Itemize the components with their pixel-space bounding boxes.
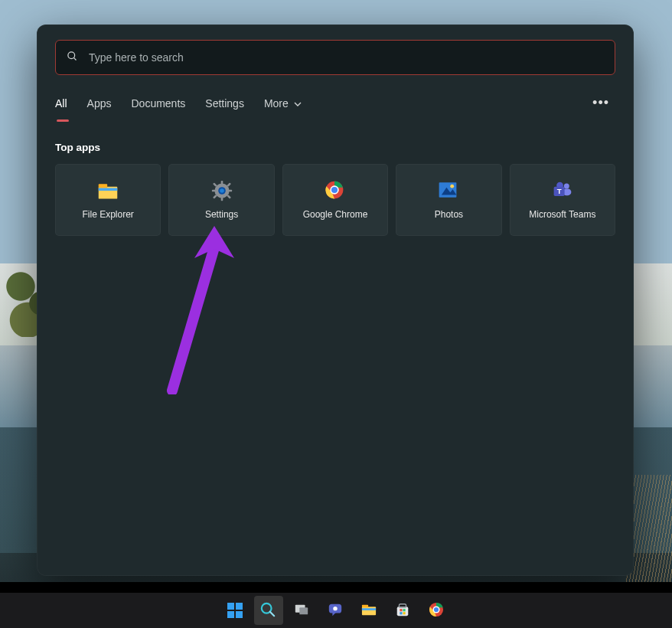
gear-icon [211,180,233,201]
svg-rect-6 [220,181,223,185]
taskbar-chat[interactable] [321,596,351,625]
tab-settings[interactable]: Settings [205,97,244,110]
svg-rect-9 [227,189,231,191]
taskbar [0,593,672,628]
svg-rect-45 [403,609,405,611]
top-apps-row: File Explorer [55,164,615,236]
more-options-button[interactable]: ••• [586,92,615,114]
taskview-icon [294,602,311,619]
app-label: Photos [435,209,463,220]
app-tile-microsoft-teams[interactable]: T Microsoft Teams [510,164,615,236]
app-tile-google-chrome[interactable]: Google Chrome [282,164,388,236]
teams-icon: T [552,180,573,201]
svg-point-21 [451,184,455,188]
tab-more-label: More [264,97,289,110]
svg-rect-8 [211,189,215,191]
app-tile-photos[interactable]: Photos [396,164,501,236]
app-label: Google Chrome [303,209,368,220]
app-label: Settings [205,209,238,220]
photos-icon [438,180,459,201]
taskbar-start[interactable] [220,596,250,625]
svg-line-33 [270,612,274,616]
app-tile-settings[interactable]: Settings [168,164,274,236]
chat-icon [328,602,344,619]
taskbar-separator [0,582,672,593]
taskbar-taskview[interactable] [288,596,317,625]
svg-point-0 [68,51,75,58]
search-icon [260,602,277,619]
svg-point-50 [434,607,439,612]
svg-rect-31 [236,611,243,618]
tab-all[interactable]: All [55,97,67,110]
svg-rect-42 [397,607,409,616]
svg-line-1 [73,57,76,60]
search-input[interactable] [87,51,604,64]
svg-point-38 [333,607,337,610]
svg-point-18 [331,187,338,193]
section-title-top-apps: Top apps [55,142,615,153]
svg-point-15 [220,188,224,193]
svg-rect-47 [403,612,405,614]
folder-icon [361,602,378,619]
filter-tabs: All Apps Documents Settings More ••• [55,92,615,114]
svg-point-22 [564,183,569,188]
tab-documents[interactable]: Documents [131,97,185,110]
svg-rect-4 [99,188,118,191]
taskbar-search[interactable] [254,596,283,625]
chrome-icon [429,602,445,619]
svg-rect-28 [227,603,234,610]
app-label: Microsoft Teams [529,209,595,220]
svg-rect-40 [362,605,368,608]
search-panel: All Apps Documents Settings More ••• Top… [37,25,634,576]
svg-rect-41 [362,608,376,610]
svg-rect-44 [400,609,402,611]
svg-marker-37 [332,613,336,617]
search-box[interactable] [55,40,615,75]
taskbar-chrome[interactable] [422,596,452,625]
folder-icon [97,180,119,201]
chevron-down-icon [294,100,302,108]
taskbar-file-explorer[interactable] [355,596,384,625]
svg-rect-46 [400,612,402,614]
windows-icon [227,602,243,619]
svg-rect-30 [227,611,234,618]
svg-rect-29 [236,603,243,610]
svg-rect-35 [299,607,308,614]
svg-rect-39 [362,607,376,615]
taskbar-store[interactable] [389,596,418,625]
tab-apps[interactable]: Apps [87,97,112,110]
svg-text:T: T [557,187,562,195]
tab-more[interactable]: More [264,97,302,110]
app-label: File Explorer [83,209,134,220]
store-icon [395,602,412,619]
search-icon [67,51,78,65]
app-tile-file-explorer[interactable]: File Explorer [55,164,161,236]
svg-rect-3 [99,184,107,188]
chrome-icon [325,180,346,201]
svg-rect-7 [220,197,223,201]
active-tab-underline [57,119,69,122]
